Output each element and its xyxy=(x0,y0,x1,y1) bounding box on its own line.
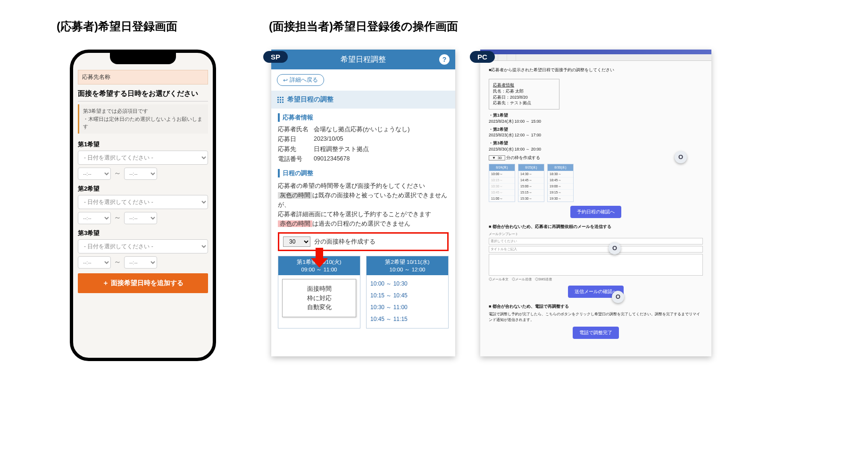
pc-time-slot[interactable]: 11:00～ xyxy=(489,195,515,202)
minute-select[interactable]: 30 xyxy=(283,236,310,247)
slot-list-2: 10:00 ～ 10:30 10:15 ～ 10:45 10:30 ～ 11:0… xyxy=(367,275,448,328)
pc-info-l3: 応募先：テスト拠点 xyxy=(493,100,555,106)
pref2-time-from[interactable]: --:-- xyxy=(78,212,111,224)
mail-sec-title: ■ 都合が合わないため、応募者に再調整依頼のメールを送信する xyxy=(489,224,703,230)
sp-h-sched: 日程の調整 xyxy=(278,169,449,177)
gray-chip: 灰色の時間 xyxy=(278,192,312,199)
pc-panel: ■応募者から提示された希望日程で面接予約の調整をしてください 応募者情報 氏名：… xyxy=(480,50,711,356)
slot[interactable]: 10:45 ～ 11:15 xyxy=(370,313,444,325)
pc-time-slot[interactable]: 14:30～ xyxy=(518,171,544,177)
slot[interactable]: 10:30 ～ 11:00 xyxy=(370,302,444,313)
pc-time-slot[interactable]: 15:30～ xyxy=(518,195,544,202)
slot[interactable]: 10:15 ～ 10:45 xyxy=(370,290,444,302)
pc-time-slot[interactable]: 15:15～ xyxy=(518,189,544,195)
badge-sp: SP xyxy=(263,51,288,63)
pc-minute-select[interactable]: ▼ 30 xyxy=(489,155,505,160)
pc-info-box: 応募者情報 氏名：応募 太郎 応募日：2023/8/20 応募先：テスト拠点 xyxy=(489,79,559,110)
pc-time-slot[interactable]: 15:00～ xyxy=(518,183,544,189)
pref1-time-to[interactable]: --:-- xyxy=(124,168,157,180)
auto-change-box: 面接時間 枠に対応 自動変化 xyxy=(282,279,356,317)
notice-line1: 第3希望までは必須項目です xyxy=(83,107,204,115)
tilde: ～ xyxy=(114,213,121,223)
pref2-label: 第2希望 xyxy=(78,185,208,193)
pc-time-slot[interactable]: 18:30～ xyxy=(548,171,573,177)
pc-col-head: 8/24(木) xyxy=(489,164,515,171)
pc-time-slot[interactable]: 19:00～ xyxy=(548,183,573,189)
pref2-time-to[interactable]: --:-- xyxy=(124,212,157,224)
mail-body-textarea[interactable] xyxy=(489,254,703,276)
pc-col-head: 8/30(水) xyxy=(548,164,573,171)
heading-interviewer: (面接担当者)希望日登録後の操作画面 xyxy=(269,19,458,34)
pc-time-slot: 10:45～ xyxy=(489,189,515,195)
sp-section-title: 希望日程の調整 xyxy=(287,95,334,104)
wish3-h: ・第3希望 xyxy=(489,141,508,145)
pc-info-title: 応募者情報 xyxy=(493,82,555,88)
pc-time-slot[interactable]: 18:45～ xyxy=(548,177,573,183)
mail-hints: ◎メール本文 ◎メール送信 ◎SMS送信 xyxy=(489,277,703,282)
phone-notch xyxy=(110,52,176,64)
note3: は過去の日程のため選択できません xyxy=(312,220,410,227)
pc-time-slot[interactable]: 19:15～ xyxy=(548,189,573,195)
mail-title-input[interactable]: タイトルをご記入 xyxy=(489,246,703,253)
sp-header-title: 希望日程調整 xyxy=(341,55,386,65)
pref3-time-to[interactable]: --:-- xyxy=(124,256,157,269)
back-button[interactable]: ↩ 詳細へ戻る xyxy=(277,74,324,86)
phone-done-button[interactable]: 電話で調整完了 xyxy=(573,327,619,339)
pc-info-l2: 応募日：2023/8/20 xyxy=(493,94,555,101)
pc-time-slot: 10:30～ xyxy=(489,183,515,189)
pc-time-slot[interactable]: 10:00～ xyxy=(489,171,515,177)
add-datetime-button[interactable]: ＋ 面接希望日時を追加する xyxy=(78,273,208,293)
phone-sec-title: ■ 都合が合わないため、電話で再調整する xyxy=(489,303,703,310)
sp-panel: ≡ 希望日程調整 ? ↩ 詳細へ戻る 希望日程の調整 応募者情報 応募者氏名会場… xyxy=(271,50,455,356)
pc-time-slot[interactable]: 19:30～ xyxy=(548,195,573,202)
pref3-date-select[interactable]: - 日付を選択してください - xyxy=(78,239,208,253)
pref1-date-select[interactable]: - 日付を選択してください - xyxy=(78,151,208,165)
slot-card-1: 第1希望 10/10(火) 09:00 ～ 11:00 面接時間 枠に対応 自動… xyxy=(278,256,360,329)
pref2-date-select[interactable]: - 日付を選択してください - xyxy=(78,195,208,209)
pc-topbar xyxy=(480,50,711,54)
minute-suffix: 分の面接枠を作成する xyxy=(314,238,376,246)
pc-col-head: 8/23(水) xyxy=(518,164,544,171)
pref3-block: 第3希望 - 日付を選択してください - --:-- ～ --:-- xyxy=(78,229,208,269)
notice-box: 第3希望までは必須項目です ・木曜日は定休日のため選択しないようお願いします xyxy=(78,104,208,134)
tilde: ～ xyxy=(114,169,121,178)
pc-time-column: 8/24(木)10:00～10:15～10:30～10:45～11:00～ xyxy=(489,164,515,202)
grid-icon xyxy=(277,96,284,103)
pc-time-columns: 8/24(木)10:00～10:15～10:30～10:45～11:00～8/2… xyxy=(489,164,703,202)
confirm-schedule-button[interactable]: 予約日程の確認へ xyxy=(570,206,621,218)
wish3-d: 2023/8/30(水) 18:00 ～ 20:00 xyxy=(489,147,541,152)
callout-o-3: O xyxy=(612,291,624,303)
badge-pc: PC xyxy=(470,51,495,63)
pref3-label: 第3希望 xyxy=(78,229,208,237)
pc-info-l1: 氏名：応募 太郎 xyxy=(493,88,555,94)
row-date-v: 2023/10/05 xyxy=(314,135,343,143)
callout-o-2: O xyxy=(609,242,621,254)
pref1-time-from[interactable]: --:-- xyxy=(78,168,111,180)
row-name-k: 応募者氏名 xyxy=(278,126,314,134)
red-chip: 赤色の時間 xyxy=(278,220,312,227)
destination-banner: 応募先名称 xyxy=(78,70,208,84)
note2b: 応募者詳細画面にて枠を選択し予約することができます xyxy=(278,210,449,219)
row-tel-v: 09012345678 xyxy=(314,155,350,163)
row-name-v: 会場なし拠点応募(かいじょうなし) xyxy=(314,126,409,134)
wish2-h: ・第2希望 xyxy=(489,127,508,132)
pc-minute-suffix: 分の枠を作成する xyxy=(506,155,540,160)
sp-section-bar: 希望日程の調整 xyxy=(271,91,455,109)
sp-h-applicant: 応募者情報 xyxy=(278,113,449,122)
pc-time-slot[interactable]: 14:45～ xyxy=(518,177,544,183)
help-icon[interactable]: ? xyxy=(439,54,450,65)
card2-l2: 10:00 ～ 12:00 xyxy=(367,266,447,273)
heading-applicant: (応募者)希望日登録画面 xyxy=(57,19,177,34)
slot-card-2: 第2希望 10/11(水) 10:00 ～ 12:00 10:00 ～ 10:3… xyxy=(366,256,449,329)
pc-time-column: 8/30(水)18:30～18:45～19:00～19:15～19:30～ xyxy=(547,164,574,202)
mail-template-select[interactable]: 選択してください xyxy=(489,238,703,244)
tilde: ～ xyxy=(114,257,121,267)
pc-time-slot: 10:15～ xyxy=(489,177,515,183)
wish1-h: ・第1希望 xyxy=(489,113,508,118)
pref3-time-from[interactable]: --:-- xyxy=(78,256,111,269)
pref1-block: 第1希望 - 日付を選択してください - --:-- ～ --:-- xyxy=(78,140,208,180)
choose-title: 面接を希望する日時をお選びください xyxy=(78,89,208,101)
back-label: 詳細へ戻る xyxy=(290,76,318,84)
row-dest-v: 日程調整テスト拠点 xyxy=(314,145,369,153)
slot[interactable]: 10:00 ～ 10:30 xyxy=(370,278,444,290)
